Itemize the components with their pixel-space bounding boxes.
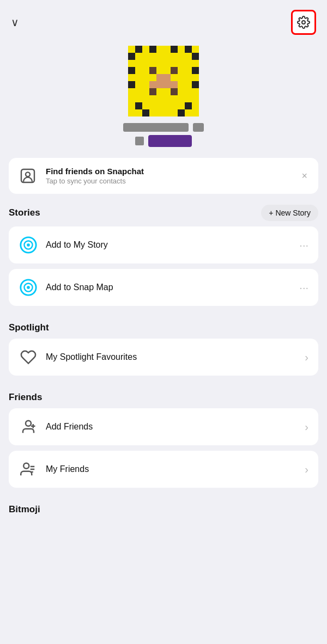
profile-name-area bbox=[123, 123, 204, 147]
chevron-down-icon[interactable]: ∨ bbox=[11, 16, 19, 29]
stories-title: Stories bbox=[9, 207, 40, 218]
find-friends-text: Find friends on Snapchat Tap to sync you… bbox=[46, 167, 292, 185]
svg-rect-7 bbox=[192, 53, 199, 60]
top-bar: ∨ bbox=[0, 0, 327, 40]
svg-rect-12 bbox=[135, 102, 142, 109]
svg-point-33 bbox=[23, 463, 29, 469]
svg-rect-15 bbox=[178, 109, 185, 116]
snap-map-label: Add to Snap Map bbox=[46, 283, 292, 292]
my-story-icon bbox=[19, 235, 38, 255]
my-friends-label: My Friends bbox=[46, 464, 297, 474]
svg-rect-2 bbox=[135, 46, 142, 53]
friends-section-header: Friends bbox=[0, 381, 327, 408]
spotlight-section-header: Spotlight bbox=[0, 311, 327, 339]
svg-rect-4 bbox=[171, 46, 178, 53]
my-friends-chevron[interactable]: › bbox=[305, 463, 308, 476]
snap-map-more[interactable]: ··· bbox=[299, 281, 308, 294]
svg-rect-13 bbox=[185, 102, 192, 109]
spotlight-heart-icon bbox=[19, 347, 38, 367]
svg-rect-9 bbox=[192, 67, 199, 74]
avatar-section bbox=[0, 40, 327, 151]
find-friends-banner[interactable]: Find friends on Snapchat Tap to sync you… bbox=[9, 158, 318, 194]
my-story-more[interactable]: ··· bbox=[299, 239, 308, 252]
find-friends-icon bbox=[17, 165, 38, 186]
add-friends-label: Add Friends bbox=[46, 422, 297, 432]
svg-rect-5 bbox=[185, 46, 192, 53]
svg-rect-6 bbox=[128, 53, 135, 60]
settings-button[interactable] bbox=[291, 10, 316, 35]
spotlight-label: My Spotlight Favourites bbox=[46, 352, 297, 362]
add-friends-chevron[interactable]: › bbox=[305, 421, 308, 433]
svg-rect-17 bbox=[171, 67, 178, 74]
snap-map-icon bbox=[19, 278, 38, 297]
svg-rect-19 bbox=[156, 74, 171, 88]
add-friends-card[interactable]: Add Friends › bbox=[9, 408, 318, 445]
name-bar-sq bbox=[135, 137, 144, 145]
new-story-plus: + bbox=[269, 208, 273, 217]
avatar[interactable] bbox=[128, 46, 199, 116]
svg-rect-8 bbox=[128, 67, 135, 74]
new-story-button[interactable]: + New Story bbox=[261, 205, 318, 221]
spotlight-title: Spotlight bbox=[9, 322, 49, 333]
new-story-label: New Story bbox=[275, 208, 311, 217]
my-friends-card[interactable]: My Friends › bbox=[9, 451, 318, 488]
add-to-snap-map-card[interactable]: Add to Snap Map ··· bbox=[9, 269, 318, 306]
svg-rect-21 bbox=[171, 88, 178, 95]
find-friends-subtitle: Tap to sync your contacts bbox=[46, 177, 292, 185]
spotlight-chevron[interactable]: › bbox=[305, 351, 308, 364]
bitmoji-section-header: Bitmoji bbox=[0, 493, 327, 518]
svg-rect-3 bbox=[149, 46, 156, 53]
add-friends-icon bbox=[19, 417, 38, 437]
add-to-my-story-card[interactable]: Add to My Story ··· bbox=[9, 226, 318, 263]
svg-point-26 bbox=[27, 243, 30, 247]
svg-point-0 bbox=[302, 21, 305, 24]
friends-title: Friends bbox=[9, 392, 42, 402]
svg-rect-10 bbox=[128, 81, 135, 88]
svg-rect-20 bbox=[149, 88, 156, 95]
svg-rect-16 bbox=[149, 67, 156, 74]
stories-section-header: Stories + New Story bbox=[0, 194, 327, 226]
find-friends-title: Find friends on Snapchat bbox=[46, 167, 292, 176]
gear-icon bbox=[297, 16, 310, 29]
bitmoji-title: Bitmoji bbox=[9, 504, 40, 514]
svg-point-30 bbox=[26, 421, 31, 426]
spotlight-favourites-card[interactable]: My Spotlight Favourites › bbox=[9, 339, 318, 376]
subscription-badge bbox=[148, 135, 192, 147]
find-friends-close-button[interactable]: × bbox=[299, 168, 310, 184]
svg-rect-11 bbox=[192, 81, 199, 88]
name-bar-redacted bbox=[123, 123, 189, 132]
svg-rect-14 bbox=[142, 109, 149, 116]
name-bar-redacted-short bbox=[193, 123, 204, 132]
svg-point-23 bbox=[26, 172, 30, 176]
svg-point-29 bbox=[27, 286, 30, 289]
my-friends-icon bbox=[19, 459, 38, 479]
my-story-label: Add to My Story bbox=[46, 240, 292, 250]
